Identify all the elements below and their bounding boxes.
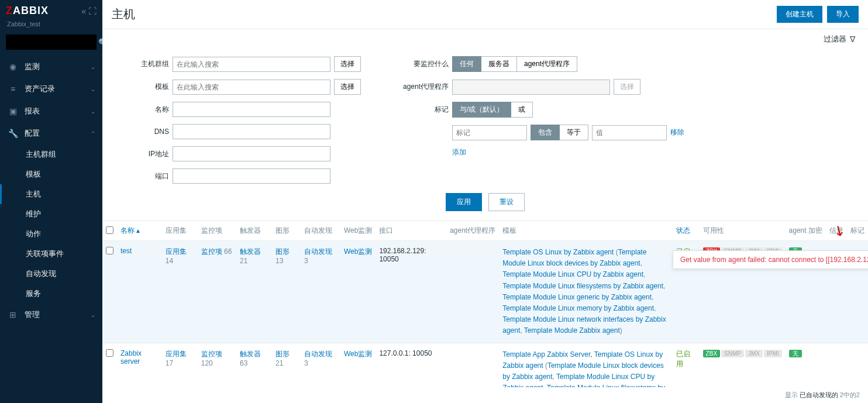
hostgroups-input[interactable] bbox=[173, 57, 330, 72]
discovery-link[interactable]: 自动发现 bbox=[304, 350, 332, 358]
filter-area: 主机群组 选择 模板 选择 名称 DNS bbox=[102, 47, 868, 221]
tag-remove-link[interactable]: 移除 bbox=[670, 128, 684, 137]
filter-buttons: 应用 重设 bbox=[116, 193, 854, 211]
filter-toggle[interactable]: 过滤器 ∇ bbox=[819, 32, 860, 47]
hosts-table: 名称 ▴ 应用集 监控项 触发器 图形 自动发现 Web监测 接口 agent代… bbox=[102, 221, 868, 387]
col-tags: 标记 bbox=[847, 221, 868, 241]
tag-add-link[interactable]: 添加 bbox=[452, 147, 466, 157]
col-status[interactable]: 状态 bbox=[673, 221, 699, 241]
tag-value-input[interactable] bbox=[592, 125, 667, 140]
subnav-discovery[interactable]: 自动发现 bbox=[0, 264, 102, 284]
reset-button[interactable]: 重设 bbox=[488, 193, 525, 211]
filter-toggle-row: 过滤器 ∇ bbox=[102, 29, 868, 47]
apply-button[interactable]: 应用 bbox=[446, 193, 482, 211]
main: 主机 创建主机 导入 过滤器 ∇ 主机群组 选择 bbox=[102, 0, 868, 403]
ipmi-badge: IPMI bbox=[764, 350, 782, 357]
subnav-actions[interactable]: 动作 bbox=[0, 224, 102, 244]
tags-label: 标记 bbox=[396, 105, 449, 115]
templates-cell: Template App Zabbix Server, Template OS … bbox=[499, 343, 673, 387]
graphs-link[interactable]: 图形 bbox=[275, 350, 290, 358]
tag-name-input[interactable] bbox=[452, 125, 527, 140]
name-input[interactable] bbox=[173, 102, 330, 117]
select-all-checkbox[interactable] bbox=[106, 226, 113, 234]
server-name: Zabbix_test bbox=[0, 19, 102, 32]
web-link[interactable]: Web监测 bbox=[344, 350, 372, 358]
nav-admin[interactable]: ⊞ 管理 ⌄ bbox=[0, 304, 102, 326]
header-actions: 创建主机 导入 bbox=[777, 6, 859, 23]
search-box[interactable]: 🔍 bbox=[6, 35, 97, 50]
subnav-templates[interactable]: 模板 bbox=[0, 164, 102, 184]
nav-monitor[interactable]: ◉ 监测 ⌄ bbox=[0, 56, 102, 78]
logo-row: ZABBIX « ⛶ bbox=[0, 0, 102, 19]
tag-contains[interactable]: 包含 bbox=[531, 125, 560, 140]
proxy-input bbox=[452, 80, 610, 95]
chevron-down-icon: ⌄ bbox=[91, 108, 95, 115]
footer-link[interactable]: 已自动发现的 bbox=[800, 391, 838, 398]
tags-andor-default[interactable]: 与/或（默认） bbox=[452, 102, 511, 118]
nav-reports[interactable]: ▣ 报表 ⌄ bbox=[0, 100, 102, 122]
gear-icon: ⊞ bbox=[7, 310, 19, 319]
import-button[interactable]: 导入 bbox=[827, 6, 859, 23]
row-checkbox[interactable] bbox=[106, 349, 113, 357]
subnav-services[interactable]: 服务 bbox=[0, 284, 102, 304]
tag-equals[interactable]: 等于 bbox=[560, 125, 588, 140]
host-name-link[interactable]: Zabbix server bbox=[120, 349, 142, 366]
items-link[interactable]: 监控项 bbox=[201, 247, 222, 256]
expand-icon[interactable]: ⛶ bbox=[88, 6, 97, 16]
create-host-button[interactable]: 创建主机 bbox=[777, 6, 822, 23]
tags-or[interactable]: 或 bbox=[511, 102, 533, 118]
col-web: Web监测 bbox=[340, 221, 376, 241]
logo-text: ABBIX bbox=[13, 5, 49, 16]
search-input[interactable] bbox=[11, 38, 98, 46]
list-icon: ≡ bbox=[7, 84, 19, 94]
apps-link[interactable]: 应用集 bbox=[166, 247, 187, 256]
zbx-badge[interactable]: ZBX bbox=[703, 350, 720, 357]
info-cell bbox=[826, 343, 847, 387]
chart-icon: ▣ bbox=[7, 106, 19, 116]
discovery-link[interactable]: 自动发现 bbox=[304, 247, 332, 256]
jmx-badge: JMX bbox=[745, 350, 763, 357]
hostgroups-select-button[interactable]: 选择 bbox=[334, 56, 361, 72]
monitorwhat-proxy[interactable]: agent代理程序 bbox=[517, 56, 577, 72]
nav-inventory[interactable]: ≡ 资产记录 ⌄ bbox=[0, 78, 102, 100]
subnav-hosts[interactable]: 主机 bbox=[0, 184, 102, 204]
templates-select-button[interactable]: 选择 bbox=[334, 79, 361, 95]
web-link[interactable]: Web监测 bbox=[344, 247, 372, 256]
subnav-hostgroups[interactable]: 主机群组 bbox=[0, 144, 102, 164]
nav-label: 管理 bbox=[25, 309, 91, 320]
apps-link[interactable]: 应用集 bbox=[166, 350, 187, 358]
col-availability: 可用性 bbox=[700, 221, 786, 241]
host-name-link[interactable]: test bbox=[120, 247, 132, 255]
monitorwhat-server[interactable]: 服务器 bbox=[481, 56, 517, 72]
logo-z: Z bbox=[6, 5, 13, 16]
snmp-badge: SNMP bbox=[721, 350, 744, 357]
subnav-correlation[interactable]: 关联项事件 bbox=[0, 244, 102, 264]
nav-label: 配置 bbox=[25, 128, 91, 139]
ip-input[interactable] bbox=[173, 146, 330, 161]
table-row: Zabbix server 应用集 17 监控项 120 触发器 63 图形 2… bbox=[102, 343, 868, 387]
proxy-cell bbox=[446, 241, 499, 343]
footer-prefix: 显示 bbox=[785, 391, 798, 398]
nav-config[interactable]: 🔧 配置 ⌃ bbox=[0, 122, 102, 144]
collapse-icon[interactable]: « bbox=[81, 6, 86, 16]
templates-cell: Template OS Linux by Zabbix agent (Templ… bbox=[499, 241, 673, 343]
row-checkbox[interactable] bbox=[106, 247, 113, 254]
chevron-up-icon: ⌃ bbox=[91, 130, 95, 137]
col-name[interactable]: 名称 ▴ bbox=[117, 221, 162, 241]
items-link[interactable]: 监控项 bbox=[201, 350, 222, 358]
triggers-link[interactable]: 触发器 bbox=[240, 247, 261, 256]
footer: 显示 已自动发现的 2中的2 bbox=[102, 387, 868, 403]
subnav-maintenance[interactable]: 维护 bbox=[0, 204, 102, 224]
status-link[interactable]: 已启用 bbox=[676, 350, 690, 368]
dns-input[interactable] bbox=[173, 124, 330, 139]
monitorwhat-any[interactable]: 任何 bbox=[452, 56, 481, 72]
graphs-link[interactable]: 图形 bbox=[275, 247, 290, 256]
proxy-cell bbox=[446, 343, 499, 387]
port-input[interactable] bbox=[173, 168, 330, 184]
templates-input[interactable] bbox=[173, 80, 330, 95]
tags-andor: 与/或（默认） 或 bbox=[452, 102, 533, 118]
triggers-link[interactable]: 触发器 bbox=[240, 350, 261, 358]
ip-label: IP地址 bbox=[116, 149, 169, 159]
interface-cell: 127.0.0.1: 10050 bbox=[376, 343, 446, 387]
logo[interactable]: ZABBIX bbox=[6, 5, 49, 17]
